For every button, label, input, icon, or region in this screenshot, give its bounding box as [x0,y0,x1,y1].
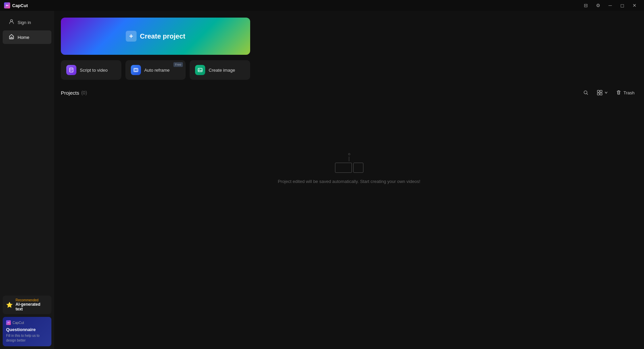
home-label: Home [18,35,29,40]
sign-in-icon [9,19,14,26]
create-project-banner[interactable]: + Create project [61,18,250,55]
timeline-block-left [335,163,352,173]
trash-icon [616,90,621,95]
recommend-info: Recommended AI-generated text [16,298,48,311]
timeline-dot [348,153,350,155]
grid-view-button[interactable] [594,88,611,97]
create-image-icon [195,65,205,75]
script-to-video-card[interactable]: Script to video [61,60,121,80]
main-content: + Create project Script to video [54,11,644,349]
recommend-card[interactable]: ⭐ Recommended AI-generated text [3,296,51,314]
window-controls: ⊟ ⚙ ─ ◻ ✕ [580,0,640,11]
q-logo-text: CapCut [13,321,24,325]
timeline-bar [335,163,363,173]
search-icon [583,90,589,95]
auto-reframe-card[interactable]: Auto reframe Free [125,60,186,80]
plus-icon: + [126,31,137,42]
chevron-down-icon [604,91,608,94]
sidebar-item-sign-in[interactable]: Sign in [3,16,51,29]
home-icon [9,34,14,41]
grid-icon [597,90,603,96]
svg-rect-7 [597,90,599,92]
search-button[interactable] [580,88,591,97]
questionnaire-card[interactable]: ✂ CapCut Questionnaire Fill in this to h… [3,317,51,346]
svg-rect-1 [70,68,73,72]
timeline-graphic [335,153,363,173]
feature-cards: Script to video Auto reframe Free [61,60,250,80]
create-project-content: + Create project [126,31,186,42]
logo-text: CapCut [12,3,28,8]
svg-point-5 [199,69,200,70]
recommend-title: AI-generated text [16,302,48,311]
restore-button[interactable]: ◻ [617,0,628,11]
projects-title: Projects (0) [61,90,87,96]
create-project-label: Create project [140,32,186,40]
feedback-button[interactable]: ⊟ [580,0,591,11]
auto-reframe-label: Auto reframe [144,68,170,73]
svg-rect-10 [600,93,602,95]
svg-rect-8 [600,90,602,92]
svg-rect-4 [198,68,202,72]
empty-state: Project edited will be saved automatical… [61,104,637,233]
trash-label: Trash [623,90,635,95]
timeline-block-right [353,163,363,173]
app-body: Sign in Home ⭐ Recommended AI-generated … [0,11,644,349]
bottom-bar: ⭐ Recommended AI-generated text ✂ CapCut… [0,293,54,349]
free-badge: Free [173,62,183,67]
titlebar: ✂ CapCut ⊟ ⚙ ─ ◻ ✕ [0,0,644,11]
trash-button[interactable]: Trash [613,88,637,97]
svg-rect-9 [597,93,599,95]
star-icon: ⭐ [6,302,13,308]
app-logo: ✂ CapCut [4,2,28,8]
q-logo-icon: ✂ [6,320,11,325]
questionnaire-desc: Fill in this to help us to design better [6,333,48,343]
logo-icon: ✂ [4,2,10,8]
projects-header: Projects (0) [61,88,637,97]
script-to-video-label: Script to video [80,68,108,73]
empty-state-text: Project edited will be saved automatical… [278,179,421,184]
projects-count: (0) [81,90,87,95]
create-image-label: Create image [209,68,235,73]
svg-rect-3 [135,69,137,71]
questionnaire-title: Questionnaire [6,327,48,332]
minimize-button[interactable]: ─ [605,0,616,11]
projects-actions: Trash [580,88,637,97]
create-image-card[interactable]: Create image [190,60,250,80]
sidebar: Sign in Home ⭐ Recommended AI-generated … [0,11,54,349]
timeline-connector [349,157,350,161]
sign-in-label: Sign in [18,20,31,25]
svg-rect-0 [10,20,13,22]
projects-title-text: Projects [61,90,79,96]
auto-reframe-icon [131,65,141,75]
recommend-label: Recommended [16,298,48,302]
q-logo: ✂ CapCut [6,320,48,325]
settings-button[interactable]: ⚙ [593,0,603,11]
sidebar-item-home[interactable]: Home [3,30,51,44]
close-button[interactable]: ✕ [629,0,640,11]
script-to-video-icon [66,65,76,75]
